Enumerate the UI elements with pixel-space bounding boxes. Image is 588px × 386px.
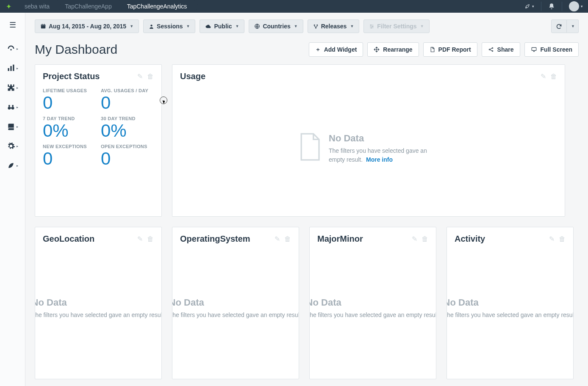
add-widget-label: Add Widget xyxy=(324,46,357,53)
svg-rect-6 xyxy=(10,108,11,109)
share-button[interactable]: Share xyxy=(482,42,520,57)
filter-releases[interactable]: Releases▼ xyxy=(308,19,360,33)
edit-icon[interactable]: ✎ xyxy=(275,235,280,243)
trash-icon[interactable]: 🗑 xyxy=(284,235,291,243)
sidebar: ☰ ▸ ▸ ▸ ▸ ▸ ▸ ▸ xyxy=(0,13,25,386)
svg-rect-11 xyxy=(42,24,42,25)
page-title: My Dashboard xyxy=(35,42,117,57)
sidebar-dashboard[interactable]: ▸ xyxy=(0,39,25,58)
top-nav: ✦ seba wita TapChallengeApp TapChallenge… xyxy=(0,0,588,13)
pdf-report-label: PDF Report xyxy=(438,46,471,53)
svg-rect-7 xyxy=(8,105,10,107)
breadcrumb-user[interactable]: seba wita xyxy=(17,0,57,13)
binoculars-icon xyxy=(7,103,15,111)
calendar-icon xyxy=(40,23,46,29)
trash-icon[interactable]: 🗑 xyxy=(422,235,428,243)
rocket-icon xyxy=(7,161,15,170)
puzzle-icon xyxy=(7,83,15,92)
plus-icon: ＋ xyxy=(315,46,321,53)
svg-point-19 xyxy=(372,26,373,27)
no-data-msg: The filters you have selected gave an em… xyxy=(310,312,436,318)
filter-countries-label: Countries xyxy=(263,23,290,30)
user-icon xyxy=(149,24,154,29)
add-widget-button[interactable]: ＋Add Widget xyxy=(309,42,363,57)
svg-rect-12 xyxy=(44,24,44,25)
filter-countries[interactable]: Countries▼ xyxy=(249,19,303,33)
sidebar-explore[interactable]: ▸ xyxy=(0,97,25,117)
breadcrumb-app[interactable]: TapChallengeApp xyxy=(57,0,119,13)
avatar-icon xyxy=(569,1,579,11)
filter-sessions[interactable]: Sessions▼ xyxy=(143,19,195,33)
svg-point-0 xyxy=(10,49,11,50)
no-data: No DataThe filters you have selected gav… xyxy=(35,297,161,325)
trash-icon[interactable]: 🗑 xyxy=(559,235,566,243)
metric-open-exceptions: OPEN EXCEPTIONS0 xyxy=(101,144,154,168)
no-data: No DataThe filters you have selected gav… xyxy=(172,297,299,325)
rearrange-button[interactable]: Rearrange xyxy=(367,42,419,57)
sidebar-analytics[interactable]: ▸ xyxy=(0,58,25,78)
filter-date-range[interactable]: Aug 14, 2015 - Aug 20, 2015▼ xyxy=(35,19,139,33)
move-icon xyxy=(374,47,380,52)
globe-icon xyxy=(254,23,260,29)
sidebar-plugins[interactable]: ▸ xyxy=(0,78,25,97)
widget-title: GeoLocation xyxy=(43,234,94,244)
widget-title: Project Status xyxy=(43,72,100,81)
breadcrumb-user-label: seba wita xyxy=(25,3,50,10)
fullscreen-button[interactable]: Full Screen xyxy=(524,42,579,57)
svg-point-23 xyxy=(492,50,493,51)
widget-operatingsystem: OperatingSystem ✎🗑 No DataThe filters yo… xyxy=(172,227,299,379)
filter-bar: Aug 14, 2015 - Aug 20, 2015▼ Sessions▼ P… xyxy=(35,13,579,41)
edit-icon[interactable]: ✎ xyxy=(412,235,417,243)
trash-icon[interactable]: 🗑 xyxy=(550,73,557,80)
no-data-msg: The filters you have selected gave an em… xyxy=(447,312,573,318)
widget-geolocation: GeoLocation ✎🗑 No DataThe filters you ha… xyxy=(35,227,162,379)
refresh-button[interactable] xyxy=(551,19,567,33)
edit-icon[interactable]: ✎ xyxy=(549,235,555,243)
filter-settings: Filter Settings▼ xyxy=(363,19,429,33)
sidebar-launch[interactable]: ▸ xyxy=(0,156,25,175)
trash-icon[interactable]: 🗑 xyxy=(147,235,154,243)
metric-new-exceptions: NEW EXCEPTIONS0 xyxy=(43,144,96,168)
filter-releases-label: Releases xyxy=(321,23,347,30)
breadcrumb-section[interactable]: TapChallengeAnalytics xyxy=(119,0,195,13)
main-content: Aug 14, 2015 - Aug 20, 2015▼ Sessions▼ P… xyxy=(25,13,588,386)
svg-point-16 xyxy=(316,25,317,25)
nav-rocket-dropdown[interactable]: ▾ xyxy=(519,0,539,13)
cloud-icon xyxy=(205,24,211,29)
nav-notifications[interactable] xyxy=(543,0,560,13)
refresh-dropdown[interactable]: ▼ xyxy=(567,19,579,33)
file-icon xyxy=(298,133,321,161)
no-data-more-link[interactable]: More info xyxy=(366,156,393,163)
no-data-title: No Data xyxy=(172,297,299,308)
widget-project-status: Project Status ✎ 🗑 LIFETIME USAGES0 AVG.… xyxy=(35,64,162,217)
logo-icon[interactable]: ✦ xyxy=(0,0,17,13)
metric-avg-usages: AVG. USAGES / DAY0 xyxy=(101,88,154,112)
share-icon xyxy=(488,47,494,52)
refresh-icon xyxy=(556,23,562,30)
filter-date-label: Aug 14, 2015 - Aug 20, 2015 xyxy=(49,23,126,30)
edit-icon[interactable]: ✎ xyxy=(137,235,143,243)
edit-icon[interactable]: ✎ xyxy=(137,72,143,80)
dashboard-icon xyxy=(7,44,15,53)
rocket-icon xyxy=(524,3,530,9)
sidebar-docs[interactable]: ▸ xyxy=(0,117,25,136)
fullscreen-label: Full Screen xyxy=(541,46,572,53)
pdf-report-button[interactable]: PDF Report xyxy=(423,42,477,57)
widget-usage: Usage ✎ 🗑 No Data The filters you have s… xyxy=(172,64,565,217)
svg-rect-24 xyxy=(532,47,536,50)
edit-icon[interactable]: ✎ xyxy=(541,72,546,80)
svg-point-17 xyxy=(315,27,316,28)
filter-public[interactable]: Public▼ xyxy=(200,19,244,33)
no-data-msg: The filters you have selected gave an em… xyxy=(172,312,299,318)
bar-chart-icon xyxy=(7,64,15,72)
widget-activity: Activity ✎🗑 No DataThe filters you have … xyxy=(447,227,574,379)
metric-lifetime-usages: LIFETIME USAGES0 xyxy=(43,88,96,112)
trash-icon[interactable]: 🗑 xyxy=(147,73,154,80)
sidebar-settings[interactable]: ▸ xyxy=(0,136,25,156)
nav-user-menu[interactable]: ▾ xyxy=(564,0,588,13)
svg-rect-10 xyxy=(41,25,46,26)
filter-settings-label: Filter Settings xyxy=(377,23,416,30)
project-status-metrics: LIFETIME USAGES0 AVG. USAGES / DAY0 7 DA… xyxy=(35,85,161,175)
svg-rect-8 xyxy=(12,105,14,107)
sidebar-toggle[interactable]: ☰ xyxy=(9,20,16,30)
